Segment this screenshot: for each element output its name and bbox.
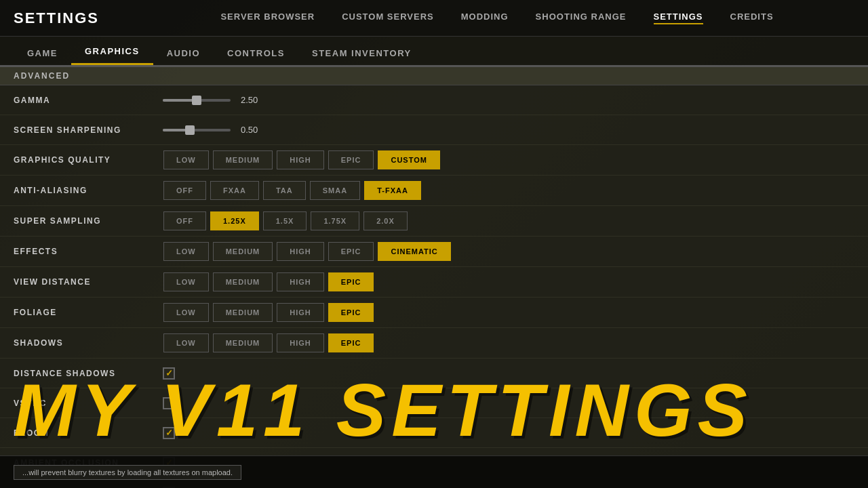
- setting-label-view-distance: VIEW DISTANCE: [14, 277, 163, 287]
- slider-container-screen-sharpening: 0.50: [163, 125, 264, 135]
- nav-link-custom-servers[interactable]: CUSTOM SERVERS: [342, 12, 434, 24]
- slider-value-gamma: 2.50: [241, 95, 264, 105]
- nav-links: SERVER BROWSERCUSTOM SERVERSMODDINGSHOOT…: [140, 12, 854, 24]
- option-btn-effects-epic[interactable]: EPIC: [328, 242, 374, 261]
- setting-control-view-distance: LOWMEDIUMHIGHEPIC: [163, 272, 374, 291]
- option-btn-shadows-high[interactable]: HIGH: [277, 333, 324, 352]
- option-btn-super-sampling-15x[interactable]: 1.5x: [263, 211, 307, 230]
- tooltip-hint: ...will prevent blurry textures by loadi…: [14, 465, 241, 480]
- tooltip-bar: ...will prevent blurry textures by loadi…: [0, 455, 868, 488]
- section-header: ADVANCED: [0, 66, 868, 85]
- option-btn-effects-low[interactable]: LOW: [163, 242, 209, 261]
- option-btn-effects-medium[interactable]: MEDIUM: [213, 242, 273, 261]
- setting-label-shadows: SHADOWS: [14, 338, 163, 348]
- option-btn-graphics-quality-custom[interactable]: CUSTOM: [378, 150, 439, 169]
- setting-label-screen-sharpening: SCREEN SHARPENING: [14, 125, 163, 135]
- setting-label-effects: EFFECTS: [14, 247, 163, 256]
- option-btn-view-distance-epic[interactable]: EPIC: [328, 272, 374, 291]
- option-btn-effects-high[interactable]: HIGH: [277, 242, 324, 261]
- setting-label-graphics-quality: GRAPHICS QUALITY: [14, 155, 163, 165]
- setting-label-super-sampling: SUPER SAMPLING: [14, 216, 163, 226]
- option-btn-shadows-low[interactable]: LOW: [163, 333, 209, 352]
- setting-row-anti-aliasing: ANTI-ALIASINGOFFFXAATAASMAAT-FXAA: [0, 176, 868, 206]
- option-btn-shadows-medium[interactable]: MEDIUM: [213, 333, 273, 352]
- nav-link-settings[interactable]: SETTINGS: [654, 12, 703, 24]
- tab-game[interactable]: GAME: [14, 41, 71, 65]
- setting-row-gamma: GAMMA2.50: [0, 85, 868, 115]
- option-btn-foliage-epic[interactable]: EPIC: [328, 303, 374, 322]
- setting-control-foliage: LOWMEDIUMHIGHEPIC: [163, 303, 374, 322]
- setting-row-foliage: FOLIAGELOWMEDIUMHIGHEPIC: [0, 298, 868, 328]
- option-btn-foliage-medium[interactable]: MEDIUM: [213, 303, 273, 322]
- option-btn-shadows-epic[interactable]: EPIC: [328, 333, 374, 352]
- slider-value-screen-sharpening: 0.50: [241, 125, 264, 135]
- nav-link-shooting-range[interactable]: SHOOTING RANGE: [536, 12, 627, 24]
- setting-label-anti-aliasing: ANTI-ALIASING: [14, 186, 163, 195]
- setting-row-view-distance: VIEW DISTANCELOWMEDIUMHIGHEPIC: [0, 267, 868, 298]
- tab-audio[interactable]: AUDIO: [153, 41, 214, 65]
- option-btn-anti-aliasing-smaa[interactable]: SMAA: [310, 181, 360, 200]
- option-btn-anti-aliasing-fxaa[interactable]: FXAA: [210, 181, 259, 200]
- nav-link-modding[interactable]: MODDING: [461, 12, 509, 24]
- setting-row-graphics-quality: GRAPHICS QUALITYLOWMEDIUMHIGHEPICCUSTOM: [0, 145, 868, 176]
- option-btn-view-distance-medium[interactable]: MEDIUM: [213, 272, 273, 291]
- tab-graphics[interactable]: GRAPHICS: [71, 39, 153, 65]
- option-btn-graphics-quality-high[interactable]: HIGH: [277, 150, 324, 169]
- overlay-text: MY V11 SETTINGS: [0, 369, 868, 451]
- setting-control-shadows: LOWMEDIUMHIGHEPIC: [163, 333, 374, 352]
- top-nav: SETTINGS SERVER BROWSERCUSTOM SERVERSMOD…: [0, 0, 868, 37]
- app-title: SETTINGS: [14, 9, 99, 27]
- option-btn-effects-cinematic[interactable]: CINEMATIC: [378, 242, 450, 261]
- option-btn-foliage-high[interactable]: HIGH: [277, 303, 324, 322]
- slider-thumb-gamma[interactable]: [192, 96, 201, 105]
- tab-controls[interactable]: CONTROLS: [214, 41, 298, 65]
- option-btn-view-distance-high[interactable]: HIGH: [277, 272, 324, 291]
- option-btn-anti-aliasing-taa[interactable]: TAA: [263, 181, 306, 200]
- option-btn-foliage-low[interactable]: LOW: [163, 303, 209, 322]
- overlay-big-text: MY V11 SETTINGS: [14, 373, 753, 447]
- option-btn-super-sampling-175x[interactable]: 1.75x: [311, 211, 359, 230]
- tab-steam-inventory[interactable]: STEAM INVENTORY: [298, 41, 425, 65]
- setting-row-super-sampling: SUPER SAMPLINGOFF1.25x1.5x1.75x2.0x: [0, 206, 868, 237]
- option-btn-view-distance-low[interactable]: LOW: [163, 272, 209, 291]
- option-btn-anti-aliasing-t-fxaa[interactable]: T-FXAA: [364, 181, 421, 200]
- tabs-bar: GAMEGRAPHICSAUDIOCONTROLSSTEAM INVENTORY: [0, 37, 868, 66]
- setting-control-graphics-quality: LOWMEDIUMHIGHEPICCUSTOM: [163, 150, 441, 169]
- setting-control-anti-aliasing: OFFFXAATAASMAAT-FXAA: [163, 181, 422, 200]
- slider-container-gamma: 2.50: [163, 95, 264, 105]
- nav-link-credits[interactable]: CREDITS: [730, 12, 774, 24]
- setting-label-gamma: GAMMA: [14, 96, 163, 105]
- content-area: ADVANCED GAMMA2.50SCREEN SHARPENING0.50G…: [0, 66, 868, 488]
- option-btn-super-sampling-125x[interactable]: 1.25x: [210, 211, 259, 230]
- setting-control-effects: LOWMEDIUMHIGHEPICCINEMATIC: [163, 242, 452, 261]
- slider-track-screen-sharpening[interactable]: [163, 129, 231, 131]
- slider-track-gamma[interactable]: [163, 99, 231, 102]
- setting-control-screen-sharpening: 0.50: [163, 125, 264, 135]
- setting-control-gamma: 2.50: [163, 95, 264, 105]
- option-btn-anti-aliasing-off[interactable]: OFF: [163, 181, 206, 200]
- setting-row-screen-sharpening: SCREEN SHARPENING0.50: [0, 115, 868, 145]
- option-btn-graphics-quality-low[interactable]: LOW: [163, 150, 209, 169]
- option-btn-graphics-quality-epic[interactable]: EPIC: [328, 150, 374, 169]
- option-btn-super-sampling-20x[interactable]: 2.0x: [363, 211, 408, 230]
- setting-row-effects: EFFECTSLOWMEDIUMHIGHEPICCINEMATIC: [0, 237, 868, 267]
- setting-row-shadows: SHADOWSLOWMEDIUMHIGHEPIC: [0, 328, 868, 359]
- setting-label-foliage: FOLIAGE: [14, 308, 163, 317]
- nav-link-server-browser[interactable]: SERVER BROWSER: [220, 12, 315, 24]
- option-btn-graphics-quality-medium[interactable]: MEDIUM: [213, 150, 273, 169]
- slider-thumb-screen-sharpening[interactable]: [185, 125, 195, 135]
- setting-control-super-sampling: OFF1.25x1.5x1.75x2.0x: [163, 211, 408, 230]
- option-btn-super-sampling-off[interactable]: OFF: [163, 211, 206, 230]
